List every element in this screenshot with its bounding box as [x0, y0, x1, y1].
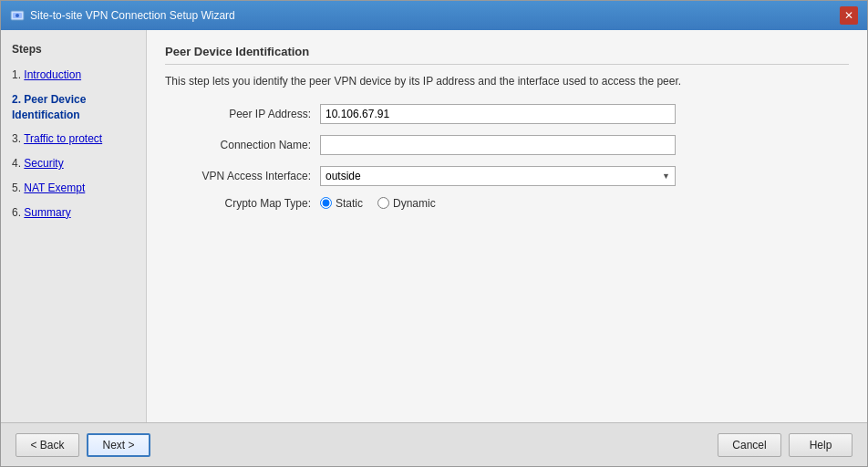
vpn-access-interface-wrapper: outside inside management [320, 166, 676, 186]
vpn-access-interface-select[interactable]: outside inside management [320, 166, 676, 186]
crypto-map-type-label: Crypto Map Type: [165, 197, 320, 210]
peer-ip-label: Peer IP Address: [165, 108, 320, 120]
footer: < Back Next > Cancel Help [1, 422, 867, 466]
next-button[interactable]: Next > [87, 433, 150, 457]
cancel-button[interactable]: Cancel [718, 433, 781, 457]
connection-name-label: Connection Name: [165, 139, 320, 151]
sidebar-item-number: 5. [12, 182, 24, 194]
crypto-static-text: Static [336, 197, 363, 210]
sidebar-item-number: 1. [12, 68, 24, 81]
close-button[interactable]: ✕ [840, 6, 858, 25]
title-bar-left: Site-to-site VPN Connection Setup Wizard [10, 8, 235, 23]
sidebar-item-summary[interactable]: 6. Summary [1, 201, 146, 225]
crypto-static-radio[interactable] [320, 197, 332, 209]
footer-right-buttons: Cancel Help [718, 433, 852, 457]
vpn-access-interface-label: VPN Access Interface: [165, 170, 320, 182]
sidebar-item-label: Summary [24, 206, 70, 219]
connection-name-row: Connection Name: [165, 135, 849, 155]
sidebar-item-peer-device-identification: 2. Peer DeviceIdentification [1, 88, 146, 128]
sidebar-item-number: 3. [12, 132, 24, 145]
sidebar-item-label: Security [24, 157, 63, 170]
sidebar-item-label: Traffic to protect [24, 132, 102, 145]
content-area: Steps 1. Introduction 2. Peer DeviceIden… [1, 30, 867, 422]
sidebar-item-number: 4. [12, 157, 24, 170]
vpn-icon [10, 8, 25, 23]
crypto-dynamic-radio[interactable] [377, 197, 389, 209]
sidebar-item-introduction[interactable]: 1. Introduction [1, 63, 146, 88]
description-text: This step lets you identify the peer VPN… [165, 74, 849, 89]
sidebar-header: Steps [1, 39, 146, 63]
sidebar-item-label: Introduction [24, 68, 81, 81]
main-window: Site-to-site VPN Connection Setup Wizard… [0, 0, 868, 467]
sidebar-item-traffic-to-protect[interactable]: 3. Traffic to protect [1, 127, 146, 151]
sidebar: Steps 1. Introduction 2. Peer DeviceIden… [1, 30, 147, 422]
crypto-map-type-row: Crypto Map Type: Static Dynamic [165, 197, 849, 210]
crypto-dynamic-text: Dynamic [393, 197, 436, 210]
main-inner: Peer Device Identification This step let… [147, 30, 867, 422]
sidebar-item-number: 6. [12, 206, 24, 219]
title-bar: Site-to-site VPN Connection Setup Wizard… [1, 1, 867, 30]
svg-point-2 [16, 14, 19, 17]
section-title: Peer Device Identification [165, 45, 849, 65]
crypto-static-label[interactable]: Static [320, 197, 363, 210]
sidebar-item-number: 2. [12, 93, 24, 106]
crypto-radio-group: Static Dynamic [320, 197, 436, 210]
vpn-access-interface-row: VPN Access Interface: outside inside man… [165, 166, 849, 186]
connection-name-input[interactable] [320, 135, 676, 155]
crypto-dynamic-label[interactable]: Dynamic [377, 197, 436, 210]
footer-left-buttons: < Back Next > [16, 433, 150, 457]
back-button[interactable]: < Back [16, 433, 79, 457]
sidebar-item-nat-exempt[interactable]: 5. NAT Exempt [1, 176, 146, 201]
window-title: Site-to-site VPN Connection Setup Wizard [30, 9, 235, 22]
peer-ip-row: Peer IP Address: [165, 104, 849, 124]
help-button[interactable]: Help [789, 433, 852, 457]
sidebar-item-security[interactable]: 4. Security [1, 151, 146, 176]
sidebar-item-label: Peer DeviceIdentification [12, 93, 86, 121]
sidebar-item-label: NAT Exempt [24, 182, 85, 194]
main-content: Peer Device Identification This step let… [147, 30, 867, 422]
peer-ip-input[interactable] [320, 104, 676, 124]
